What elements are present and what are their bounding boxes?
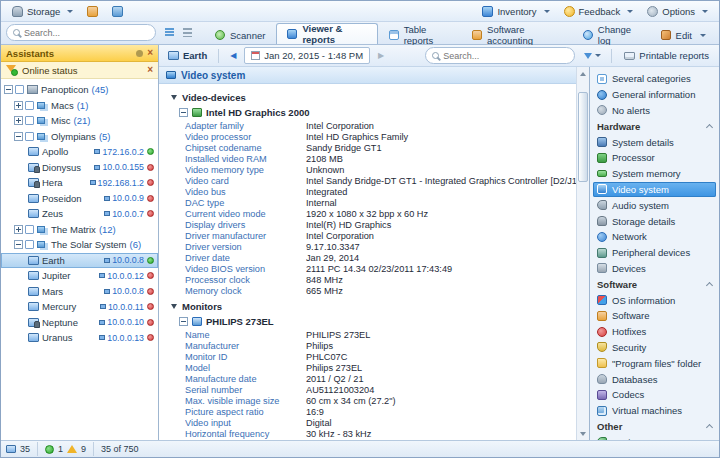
tree-search-input[interactable] [24, 28, 149, 38]
tree-checkbox[interactable] [25, 225, 34, 234]
tree-row[interactable]: Misc (21) [1, 113, 158, 129]
close-icon[interactable]: × [147, 48, 153, 58]
assistant-filter-row[interactable]: Online status × [1, 62, 158, 79]
tree-row[interactable]: Mars 10.0.0.8 [1, 284, 158, 300]
tree-row[interactable]: Apollo 172.16.0.2 [1, 144, 158, 160]
category-item[interactable]: System memory [593, 166, 716, 182]
category-item[interactable]: Hardware [593, 118, 716, 134]
category-label: Network [612, 231, 647, 242]
tree-row[interactable]: Hera 192.168.1.2 [1, 175, 158, 191]
category-item[interactable]: Devices [593, 261, 716, 277]
tab[interactable]: Change log [572, 25, 650, 44]
collapse-chevron-icon[interactable] [706, 282, 713, 289]
remove-filter-icon[interactable]: × [147, 65, 153, 75]
tree-row[interactable]: The Matrix (12) [1, 222, 158, 238]
category-item[interactable]: Other [593, 419, 716, 435]
snapshot-back-button[interactable]: ◀ [225, 48, 241, 64]
property-name: Picture aspect ratio [185, 407, 306, 417]
tree-view-menu-button[interactable] [179, 24, 195, 40]
inventory-menu-button[interactable]: Inventory [476, 4, 555, 19]
tree-row[interactable]: Macs (1) [1, 98, 158, 114]
category-item[interactable]: "Program files" folder [593, 355, 716, 371]
storage-menu-button[interactable]: Storage [6, 4, 79, 19]
tree-row[interactable]: Olympians (5) [1, 129, 158, 145]
collapse-chevron-icon[interactable] [706, 124, 713, 131]
tree-row[interactable]: Dionysus 10.0.0.155 [1, 160, 158, 176]
tree-row[interactable]: Earth 10.0.0.8 [1, 253, 158, 269]
property-name: Current video mode [185, 209, 306, 219]
scroll-up-button[interactable] [577, 67, 589, 80]
expand-toggle-icon[interactable] [4, 85, 13, 94]
category-item[interactable]: Video system [593, 182, 716, 198]
category-item[interactable]: Several categories [593, 71, 716, 87]
category-item[interactable]: Software [593, 276, 716, 292]
tab[interactable]: Table reports [378, 25, 461, 44]
category-item[interactable]: Databases [593, 371, 716, 387]
category-item[interactable]: Storage details [593, 213, 716, 229]
report-filter-button[interactable] [580, 51, 605, 61]
category-item[interactable]: Audio system [593, 197, 716, 213]
tab[interactable]: Edit [650, 25, 717, 44]
category-item[interactable]: System details [593, 134, 716, 150]
scroll-down-button[interactable] [577, 427, 589, 440]
category-item[interactable]: Virtual machines [593, 403, 716, 419]
category-item[interactable]: Peripheral devices [593, 245, 716, 261]
printable-reports-button[interactable]: Printable reports [618, 48, 715, 63]
snapshot-date-field[interactable]: Jan 20, 2015 - 1:48 PM [244, 47, 370, 64]
tree-row[interactable]: Panopticon (45) [1, 82, 158, 98]
tree-row[interactable]: Jupiter 10.0.0.12 [1, 268, 158, 284]
options-menu-button[interactable]: Options [641, 4, 714, 19]
tree-checkbox[interactable] [25, 132, 34, 141]
category-item[interactable]: Processor [593, 150, 716, 166]
category-item[interactable]: No alerts [593, 103, 716, 119]
assistants-header[interactable]: Assistants × [1, 45, 158, 62]
tree-checkbox[interactable] [25, 101, 34, 110]
collapse-chevron-icon[interactable] [706, 424, 713, 431]
expand-toggle-icon[interactable] [14, 101, 23, 110]
ip-address-label: 10.0.0.8 [112, 255, 144, 265]
device-collapse-icon[interactable] [179, 108, 188, 117]
category-item[interactable]: OS information [593, 292, 716, 308]
expand-toggle-icon[interactable] [14, 240, 23, 249]
category-label: Peripheral devices [612, 247, 690, 258]
expand-toggle-icon[interactable] [14, 132, 23, 141]
report-search-input[interactable] [443, 51, 568, 61]
category-item[interactable]: Software [593, 308, 716, 324]
category-item[interactable]: Security [593, 340, 716, 356]
property-value: Intel HD Graphics Family [306, 132, 576, 142]
tab[interactable]: Software accounting [461, 25, 572, 44]
section-collapse-icon[interactable] [171, 304, 177, 309]
property-value: Intel Corporation [306, 231, 576, 241]
tree-row[interactable]: Zeus 10.0.0.7 [1, 206, 158, 222]
tree-row[interactable]: Neptune 10.0.0.10 [1, 315, 158, 331]
report-search-box[interactable] [425, 47, 575, 64]
tab[interactable]: Scanner [204, 25, 276, 44]
section-collapse-icon[interactable] [171, 95, 177, 100]
pin-icon[interactable] [136, 50, 143, 57]
device-collapse-icon[interactable] [179, 317, 188, 326]
tree-checkbox[interactable] [25, 240, 34, 249]
expand-toggle-icon[interactable] [14, 225, 23, 234]
category-item[interactable]: General information [593, 87, 716, 103]
sort-button[interactable] [161, 24, 177, 40]
feedback-menu-button[interactable]: Feedback [558, 4, 640, 19]
tree-search-box[interactable] [6, 24, 156, 41]
category-item[interactable]: Codecs [593, 387, 716, 403]
snapshot-forward-button[interactable]: ▶ [373, 48, 389, 64]
tree-checkbox[interactable] [15, 85, 24, 94]
tree-row[interactable]: Poseidon 10.0.0.9 [1, 191, 158, 207]
current-node-button[interactable]: Earth [163, 48, 212, 63]
quick-action-button-1[interactable] [81, 4, 104, 19]
scrollbar-track[interactable] [577, 80, 589, 427]
tab[interactable]: Viewer & reports [276, 23, 377, 44]
vertical-scrollbar[interactable] [576, 67, 589, 440]
category-item[interactable]: Network [593, 229, 716, 245]
tree-row[interactable]: Mercury 10.0.0.11 [1, 299, 158, 315]
tree-row[interactable]: Uranus 10.0.0.13 [1, 330, 158, 346]
quick-action-button-2[interactable] [106, 4, 129, 19]
tree-checkbox[interactable] [25, 116, 34, 125]
expand-toggle-icon[interactable] [14, 116, 23, 125]
scrollbar-thumb[interactable] [578, 92, 588, 182]
tree-row[interactable]: The Solar System (6) [1, 237, 158, 253]
category-item[interactable]: Hotfixes [593, 324, 716, 340]
